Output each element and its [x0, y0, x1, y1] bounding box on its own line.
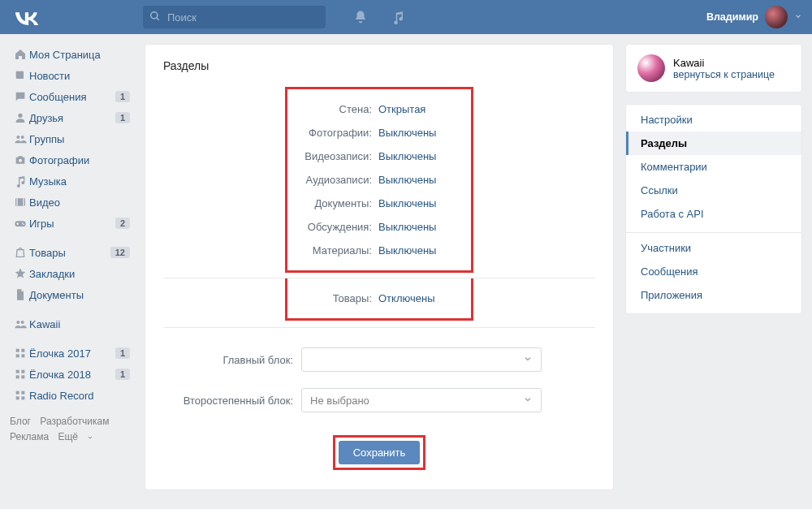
nav-item-Видео[interactable]: Видео	[10, 192, 133, 213]
friends-icon	[11, 111, 29, 124]
settings-nav-item[interactable]: Комментарии	[626, 155, 801, 179]
nav-label: Новости	[29, 70, 130, 82]
secondary-block-select[interactable]: Не выбрано	[301, 388, 542, 412]
settings-nav-item[interactable]: Разделы	[626, 132, 801, 155]
save-button[interactable]: Сохранить	[339, 441, 421, 464]
highlight-box-save: Сохранить	[333, 435, 426, 470]
setting-value[interactable]: Выключены	[378, 221, 436, 233]
username: Владимир	[706, 11, 758, 23]
setting-value[interactable]: Выключены	[378, 127, 436, 139]
search-box[interactable]	[143, 6, 326, 28]
nav-item-Друзья[interactable]: Друзья1	[10, 107, 133, 128]
footer-link[interactable]: Реклама	[10, 431, 49, 442]
settings-nav-item[interactable]: Работа с API	[626, 202, 801, 226]
back-to-page-link[interactable]: вернуться к странице	[673, 69, 775, 80]
nav-item-Kawaii[interactable]: Kawaii	[10, 313, 133, 334]
photo-icon	[11, 153, 29, 166]
app-icon	[11, 368, 29, 381]
right-sidebar: Kawaii вернуться к странице НастройкиРаз…	[625, 44, 802, 490]
nav-item-Ёлочка 2018[interactable]: Ёлочка 20181	[10, 364, 133, 385]
settings-nav-item[interactable]: Настройки	[626, 108, 801, 132]
page-title: Разделы	[145, 59, 613, 80]
music-icon[interactable]	[391, 10, 405, 24]
nav-label: Фотографии	[29, 154, 130, 166]
top-bar: Владимир	[0, 0, 812, 34]
highlight-box-2: Товары:Отключены	[285, 278, 473, 321]
nav-item-Документы[interactable]: Документы	[10, 284, 133, 305]
user-menu[interactable]: Владимир	[706, 6, 802, 28]
svg-point-1	[18, 114, 22, 118]
secondary-block-label: Второстепенный блок:	[163, 395, 301, 407]
groups-icon	[11, 317, 29, 330]
nav-label: Музыка	[29, 175, 130, 188]
setting-row: Обсуждения:Выключены	[287, 215, 463, 239]
music-icon	[11, 175, 29, 188]
nav-label: Моя Страница	[29, 49, 130, 61]
setting-label: Товары:	[287, 292, 378, 304]
nav-badge: 2	[115, 218, 130, 229]
main-block-select[interactable]	[301, 347, 542, 372]
search-icon	[149, 11, 161, 24]
svg-rect-13	[16, 354, 19, 357]
svg-point-0	[151, 11, 158, 18]
settings-nav-item[interactable]: Приложения	[626, 283, 801, 307]
footer-links: Блог Разработчикам Реклама Ещё	[10, 414, 133, 445]
nav-item-Radio Record[interactable]: Radio Record	[10, 385, 133, 406]
footer-link[interactable]: Блог	[10, 416, 31, 427]
setting-value[interactable]: Отключены	[378, 292, 434, 304]
svg-rect-18	[21, 375, 24, 378]
nav-item-Фотографии[interactable]: Фотографии	[10, 149, 133, 170]
svg-point-3	[21, 136, 24, 139]
app-icon	[11, 347, 29, 360]
nav-label: Игры	[29, 218, 115, 230]
app-icon	[11, 389, 29, 402]
setting-value[interactable]: Открытая	[378, 103, 425, 115]
search-input[interactable]	[167, 11, 319, 24]
nav-item-Игры[interactable]: Игры2	[10, 213, 133, 234]
nav-badge: 1	[115, 112, 130, 123]
setting-value[interactable]: Выключены	[378, 150, 436, 162]
nav-item-Группы[interactable]: Группы	[10, 128, 133, 149]
settings-nav-item[interactable]: Участники	[626, 236, 801, 260]
chevron-down-icon	[523, 395, 533, 407]
notifications-icon[interactable]	[353, 10, 368, 24]
nav-label: Kawaii	[29, 318, 130, 330]
settings-nav-item[interactable]: Ссылки	[626, 179, 801, 202]
nav-label: Сообщения	[29, 91, 115, 103]
video-icon	[11, 196, 29, 209]
highlight-box-1: Стена:ОткрытаяФотографии:ВыключеныВидеоз…	[285, 87, 473, 273]
svg-point-7	[22, 222, 24, 224]
group-avatar[interactable]	[637, 54, 665, 82]
nav-item-Закладки[interactable]: Закладки	[10, 263, 133, 284]
nav-item-Новости[interactable]: Новости	[10, 65, 133, 86]
footer-link[interactable]: Разработчикам	[40, 416, 109, 427]
vk-logo[interactable]	[13, 9, 41, 25]
setting-label: Фотографии:	[287, 127, 378, 139]
nav-item-Сообщения[interactable]: Сообщения1	[10, 86, 133, 107]
settings-nav-item[interactable]: Сообщения	[626, 260, 801, 283]
main-panel: Разделы Стена:ОткрытаяФотографии:Выключе…	[145, 44, 614, 490]
setting-label: Видеозаписи:	[287, 150, 378, 162]
nav-item-Музыка[interactable]: Музыка	[10, 170, 133, 192]
setting-value[interactable]: Выключены	[378, 174, 436, 186]
nav-label: Radio Record	[29, 390, 130, 402]
nav-item-Ёлочка 2017[interactable]: Ёлочка 20171	[10, 343, 133, 364]
nav-badge: 1	[115, 91, 130, 102]
setting-label: Материалы:	[287, 244, 378, 257]
docs-icon	[11, 288, 29, 301]
games-icon	[11, 217, 29, 230]
svg-rect-12	[21, 349, 24, 352]
chevron-down-icon	[523, 354, 533, 366]
nav-item-Моя Страница[interactable]: Моя Страница	[10, 44, 133, 65]
footer-link[interactable]: Ещё	[58, 431, 93, 442]
nav-label: Ёлочка 2018	[29, 369, 115, 381]
msg-icon	[11, 90, 29, 103]
setting-value[interactable]: Выключены	[378, 244, 436, 257]
nav-badge: 1	[115, 369, 130, 380]
home-icon	[11, 48, 29, 61]
setting-value[interactable]: Выключены	[378, 197, 436, 209]
nav-label: Видео	[29, 196, 130, 209]
main-block-label: Главный блок:	[163, 354, 301, 366]
setting-label: Стена:	[287, 103, 378, 115]
nav-item-Товары[interactable]: Товары12	[10, 242, 133, 263]
